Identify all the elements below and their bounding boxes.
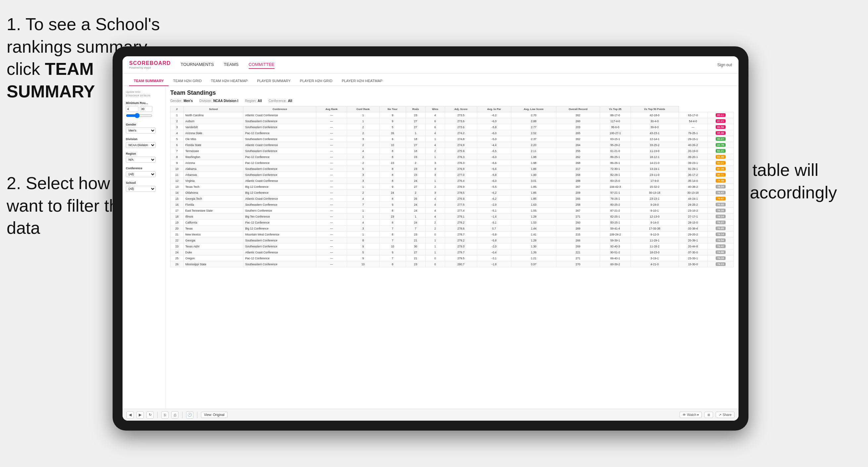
- col-avg-low: Avg. Low Score: [511, 106, 556, 112]
- filter-select-division[interactable]: NCAA Division I NCAA Division II NCAA Di…: [126, 142, 156, 148]
- cell-value: 1.90: [511, 172, 556, 178]
- toolbar-watch-btn[interactable]: 👁 Watch ▾: [680, 412, 702, 418]
- cell-value: —: [679, 124, 707, 130]
- cell-value: 1.63: [511, 202, 556, 208]
- toolbar-paste-btn[interactable]: ⎙: [171, 411, 179, 418]
- cell-value: —: [316, 130, 347, 136]
- cell-school: Arizona: [183, 160, 243, 166]
- filter-input-min-rnd-from[interactable]: [126, 106, 138, 112]
- filter-select-school[interactable]: (All): [126, 186, 156, 192]
- cell-value: 1.85: [511, 196, 556, 202]
- filter-region-label: Region:: [245, 99, 256, 103]
- col-conference: Conference: [243, 106, 316, 112]
- cell-value: 10: [347, 261, 379, 267]
- cell-value: 8: [379, 196, 406, 202]
- tab-team-summary[interactable]: TEAM SUMMARY: [129, 76, 168, 86]
- cell-value: 2: [426, 184, 445, 190]
- filter-select-gender[interactable]: Men's Women's: [126, 127, 156, 133]
- table-row: 26Mississippi StateSoutheastern Conferen…: [170, 261, 734, 267]
- table-row: 19CaliforniaPac-12 Conference—48242278.2…: [170, 220, 734, 225]
- cell-value: 3: [426, 160, 445, 166]
- cell-value: 1: [347, 231, 379, 238]
- cell-value: 4: [170, 130, 184, 136]
- table-row: 5Ole MissSoutheastern Conference—3618127…: [170, 136, 734, 142]
- tab-team-h2h-grid[interactable]: TEAM H2H GRID: [168, 76, 206, 86]
- filter-select-conference[interactable]: (All) ACC SEC Pac-12 Big 12 Big Ten: [126, 171, 156, 177]
- cell-value: 2.20: [511, 142, 556, 148]
- cell-value: 80.71: [707, 172, 734, 178]
- table-row: 7TennesseeSoutheastern Conference—481822…: [170, 148, 734, 154]
- cell-value: —: [316, 243, 347, 249]
- cell-value: 2: [347, 130, 379, 136]
- cell-value: -6.0: [477, 178, 511, 184]
- toolbar-divider-2: [182, 412, 183, 418]
- cell-value: 2.88: [511, 118, 556, 124]
- cell-value: 23-16-2: [679, 208, 707, 214]
- cell-value: 117-4-0: [600, 118, 630, 124]
- screenshot-icon: ⊞: [707, 413, 710, 417]
- table-row: 6Florida StateAtlantic Coast Conference—…: [170, 142, 734, 148]
- cell-value: 18-12-1: [630, 154, 679, 160]
- cell-value: 4: [347, 220, 379, 225]
- nav-teams[interactable]: TEAMS: [224, 61, 239, 69]
- cell-value: 8: [170, 154, 184, 160]
- filter-input-min-rnd-to[interactable]: [140, 106, 152, 112]
- cell-value: 33-19-0: [679, 148, 707, 154]
- cell-value: 23-11-0: [630, 172, 679, 178]
- cell-value: 260: [556, 220, 600, 225]
- cell-value: 72-30-1: [600, 166, 630, 172]
- toolbar-back-btn[interactable]: ◀: [126, 411, 134, 418]
- cell-value: 37-30-0: [679, 249, 707, 255]
- cell-value: 42-18-0: [630, 112, 679, 118]
- filter-region-value: All: [258, 99, 262, 103]
- share-area: 👁 Watch ▾ ⊞ ↗ Share: [680, 412, 735, 418]
- cell-school: Vanderbilt: [183, 124, 243, 130]
- cell-value: 40-38-2: [679, 184, 707, 190]
- cell-value: 76.14: [707, 214, 734, 220]
- cell-value: 3: [170, 124, 184, 130]
- cell-value: 76.27: [707, 220, 734, 225]
- cell-value: 270: [556, 261, 600, 267]
- toolbar-divider-1: [157, 412, 158, 418]
- cell-value: 33-44-8: [679, 243, 707, 249]
- toolbar-forward-btn[interactable]: ▶: [136, 411, 144, 418]
- cell-value: —: [316, 124, 347, 130]
- tab-team-h2h-heatmap[interactable]: TEAM H2H HEATMAP: [206, 76, 252, 86]
- sign-out-link[interactable]: Sign out: [717, 63, 732, 67]
- cell-value: 9: [379, 118, 406, 124]
- cell-value: 23: [406, 172, 426, 178]
- filter-slider-min-rnd[interactable]: [126, 113, 152, 118]
- cell-value: 83.27: [707, 136, 734, 142]
- cell-school: Oklahoma: [183, 190, 243, 196]
- cell-value: 8: [379, 261, 406, 267]
- toolbar-copy-btn[interactable]: ⎘: [161, 411, 168, 418]
- toolbar-clock-btn[interactable]: 🕐: [186, 411, 193, 418]
- toolbar-view-original-btn[interactable]: View: Original: [201, 412, 227, 418]
- tab-player-h2h-grid[interactable]: PLAYER H2H GRID: [296, 76, 337, 86]
- cell-value: 1.53: [511, 220, 556, 225]
- toolbar-share-btn[interactable]: ↗ Share: [716, 412, 735, 418]
- tablet-frame: SCOREBOARD Powered by clippd TOURNAMENTS…: [113, 46, 748, 431]
- col-school: School: [183, 106, 243, 112]
- nav-committee[interactable]: COMMITTEE: [249, 61, 275, 69]
- filter-select-region[interactable]: N/A All: [126, 157, 156, 163]
- cell-value: 26: [379, 130, 406, 136]
- data-table: # School Conference Avg Rank Conf Rank N…: [170, 106, 734, 267]
- toolbar-screenshot-btn[interactable]: ⊞: [704, 412, 713, 418]
- cell-conference: Southeastern Conference: [243, 172, 316, 178]
- cell-value: —: [316, 220, 347, 225]
- cell-value: 11-19-0: [630, 148, 679, 154]
- nav-tournaments[interactable]: TOURNAMENTS: [181, 61, 214, 69]
- cell-conference: Big 12 Conference: [243, 225, 316, 231]
- cell-conference: Southeastern Conference: [243, 148, 316, 154]
- tab-player-summary[interactable]: PLAYER SUMMARY: [252, 76, 296, 86]
- cell-value: 4: [426, 130, 445, 136]
- cell-value: -6.2: [477, 112, 511, 118]
- tab-player-h2h-heatmap[interactable]: PLAYER H2H HEATMAP: [337, 76, 387, 86]
- cell-value: 24: [406, 208, 426, 214]
- cell-value: 24: [379, 190, 406, 196]
- toolbar-refresh-btn[interactable]: ↻: [146, 411, 154, 418]
- cell-value: 2: [426, 148, 445, 154]
- cell-value: 76.16: [707, 208, 734, 214]
- cell-conference: Southern Conference: [243, 208, 316, 214]
